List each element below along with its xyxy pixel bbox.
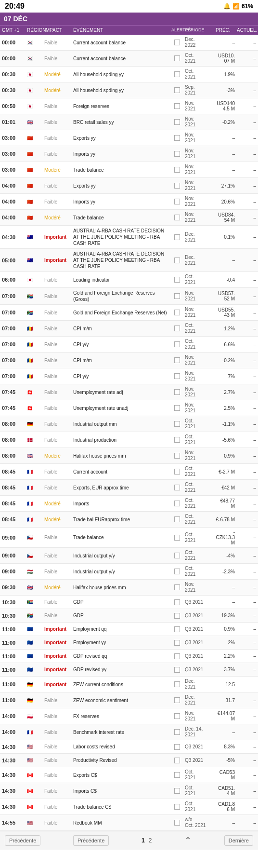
prev-value: 27.1%	[215, 183, 236, 189]
alert-checkbox[interactable]	[170, 309, 184, 316]
alert-checkbox[interactable]	[170, 166, 184, 173]
prev-button2[interactable]: Précédente	[73, 835, 109, 846]
page-2[interactable]: 2	[149, 837, 152, 844]
table-row: 00:00 🇰🇷 Faible Current account balance …	[0, 35, 258, 51]
event-time: 00:00	[1, 55, 26, 62]
alert-checkbox[interactable]	[170, 681, 184, 688]
event-time: 07:45	[1, 405, 26, 411]
alert-checkbox[interactable]	[170, 484, 184, 491]
alert-checkbox[interactable]	[170, 653, 184, 660]
alert-checkbox[interactable]	[170, 599, 184, 606]
alert-checkbox[interactable]	[170, 584, 184, 591]
alert-checkbox[interactable]	[170, 103, 184, 109]
alert-checkbox[interactable]	[170, 198, 184, 205]
status-bar: 20:49 🔔 📶 61%	[0, 0, 258, 13]
col-gmt: GMT +1	[1, 27, 26, 33]
alert-checkbox[interactable]	[170, 276, 184, 283]
alert-checkbox[interactable]	[170, 234, 184, 241]
alert-checkbox[interactable]	[170, 357, 184, 364]
actual-value: –	[236, 534, 257, 541]
prev-value: 2.5%	[215, 405, 236, 411]
alert-checkbox[interactable]	[170, 405, 184, 411]
alert-checkbox[interactable]	[170, 325, 184, 332]
event-name: AUSTRALIA-RBA CASH RATE DECISION AT THE …	[72, 250, 170, 270]
event-period: Nov.2021	[184, 354, 215, 366]
alert-checkbox[interactable]	[170, 500, 184, 507]
alert-checkbox[interactable]	[170, 257, 184, 264]
prev-value: -0.2%	[215, 357, 236, 364]
alert-checkbox[interactable]	[170, 787, 184, 794]
event-name: Gold and Foreign Exchange Reserves (Gros…	[72, 289, 170, 303]
actual-value: –	[236, 405, 257, 411]
alert-checkbox[interactable]	[170, 803, 184, 810]
actual-value: –	[236, 639, 257, 646]
wifi-icon: 📶	[232, 3, 240, 10]
pagination: Précédente Précédente 1 2 ⌃ Dernière	[0, 831, 258, 850]
alert-checkbox[interactable]	[170, 744, 184, 750]
alert-checkbox[interactable]	[170, 119, 184, 125]
alert-checkbox[interactable]	[170, 552, 184, 559]
event-time: 07:00	[1, 293, 26, 299]
alert-checkbox[interactable]	[170, 55, 184, 62]
actual-value: –	[236, 87, 257, 94]
alert-checkbox[interactable]	[170, 182, 184, 189]
last-button[interactable]: Dernière	[224, 835, 253, 846]
table-row: 10:30 🇿🇦 Faible GDP Q3 2021 – –	[0, 596, 258, 609]
event-time: 00:50	[1, 103, 26, 109]
event-time: 06:00	[1, 276, 26, 283]
country-flag: 🇺🇸	[26, 820, 43, 826]
prev-value: 3.7%	[215, 666, 236, 673]
alert-checkbox[interactable]	[170, 772, 184, 778]
alert-checkbox[interactable]	[170, 697, 184, 704]
alert-checkbox[interactable]	[170, 452, 184, 459]
event-time: 08:00	[1, 420, 26, 427]
events-table: 00:00 🇰🇷 Faible Current account balance …	[0, 35, 258, 831]
alert-checkbox[interactable]	[170, 389, 184, 395]
event-period: Q3 2021	[184, 666, 215, 673]
alert-checkbox[interactable]	[170, 373, 184, 380]
alert-checkbox[interactable]	[170, 612, 184, 619]
alert-checkbox[interactable]	[170, 420, 184, 427]
alert-checkbox[interactable]	[170, 214, 184, 221]
alert-checkbox[interactable]	[170, 135, 184, 141]
alert-checkbox[interactable]	[170, 293, 184, 299]
alert-checkbox[interactable]	[170, 729, 184, 735]
prev-value: –	[215, 40, 236, 46]
table-row: 09:00 🇨🇿 Faible Industrial output y/y Oc…	[0, 548, 258, 564]
impact-label: Faible	[43, 103, 72, 109]
alert-checkbox[interactable]	[170, 468, 184, 475]
actual-value: –	[236, 469, 257, 475]
scroll-top-button[interactable]: ⌃	[184, 835, 192, 846]
prev-value: 2.2%	[215, 653, 236, 659]
actual-value: –	[236, 453, 257, 459]
alert-checkbox[interactable]	[170, 71, 184, 78]
alert-checkbox[interactable]	[170, 819, 184, 826]
impact-label: Faible	[43, 421, 72, 427]
alert-checkbox[interactable]	[170, 568, 184, 575]
page-1[interactable]: 1	[142, 837, 145, 844]
impact-label: Faible	[43, 55, 72, 62]
event-period: Nov.2021	[184, 116, 215, 128]
alert-checkbox[interactable]	[170, 757, 184, 764]
alert-checkbox[interactable]	[170, 341, 184, 348]
alert-checkbox[interactable]	[170, 436, 184, 443]
alert-checkbox[interactable]	[170, 150, 184, 157]
impact-label: Modéré	[43, 87, 72, 94]
alert-checkbox[interactable]	[170, 666, 184, 673]
event-name: CPI y/y	[72, 341, 170, 348]
alert-checkbox[interactable]	[170, 534, 184, 541]
prev-button[interactable]: Précédente	[5, 835, 40, 846]
alert-checkbox[interactable]	[170, 516, 184, 523]
country-flag: 🇪🇺	[26, 666, 43, 673]
alert-checkbox[interactable]	[170, 39, 184, 46]
alert-checkbox[interactable]	[170, 713, 184, 719]
country-flag: 🇨🇳	[26, 135, 43, 141]
event-time: 14:30	[1, 772, 26, 778]
alert-checkbox[interactable]	[170, 626, 184, 633]
impact-label: Modéré	[43, 453, 72, 459]
table-row: 04:30 🇦🇺 Important AUSTRALIA-RBA CASH RA…	[0, 226, 258, 249]
alert-checkbox[interactable]	[170, 87, 184, 94]
event-period: Nov.2021	[184, 195, 215, 208]
alert-checkbox[interactable]	[170, 639, 184, 646]
impact-label: Faible	[43, 788, 72, 794]
